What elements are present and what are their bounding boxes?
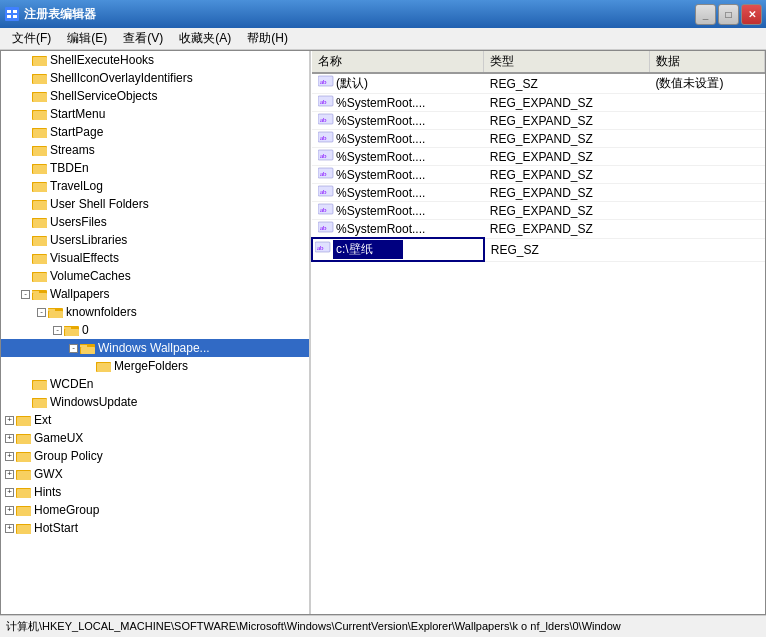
collapse-icon[interactable]: - xyxy=(69,344,78,353)
menu-favorites[interactable]: 收藏夹(A) xyxy=(171,28,239,49)
tree-container: ShellExecuteHooks ShellIconOverlayIdenti… xyxy=(1,51,309,537)
tree-item-wcden[interactable]: WCDEn xyxy=(1,375,309,393)
table-row[interactable]: ab(默认)REG_SZ(数值未设置) xyxy=(312,73,765,94)
title-bar: 注册表编辑器 _ □ ✕ xyxy=(0,0,766,28)
tree-item-ext[interactable]: + Ext xyxy=(1,411,309,429)
tree-item-gameux[interactable]: + GameUX xyxy=(1,429,309,447)
tree-item-label: WCDEn xyxy=(50,375,93,393)
cell-type: REG_EXPAND_SZ xyxy=(484,184,650,202)
cell-type: REG_EXPAND_SZ xyxy=(484,148,650,166)
tree-item-startpage[interactable]: StartPage xyxy=(1,123,309,141)
menu-bar: 文件(F) 编辑(E) 查看(V) 收藏夹(A) 帮助(H) xyxy=(0,28,766,50)
cell-name-text: %SystemRoot.... xyxy=(336,222,425,236)
cell-type: REG_EXPAND_SZ xyxy=(484,220,650,239)
cell-name-text: %SystemRoot.... xyxy=(336,114,425,128)
tree-item-label: ShellExecuteHooks xyxy=(50,51,154,69)
table-row[interactable]: ab%SystemRoot....REG_EXPAND_SZ xyxy=(312,148,765,166)
cell-data xyxy=(649,238,764,261)
tree-item-zero[interactable]: - 0 xyxy=(1,321,309,339)
tree-item-streams[interactable]: Streams xyxy=(1,141,309,159)
collapse-icon[interactable]: - xyxy=(37,308,46,317)
tree-item-gwx[interactable]: + GWX xyxy=(1,465,309,483)
table-row[interactable]: ab%SystemRoot....REG_EXPAND_SZ xyxy=(312,130,765,148)
table-row[interactable]: ab%SystemRoot....REG_EXPAND_SZ xyxy=(312,94,765,112)
tree-item-shelliconoverlayidentifiers[interactable]: ShellIconOverlayIdentifiers xyxy=(1,69,309,87)
folder-icon xyxy=(16,431,32,445)
tree-item-shellserviceobjects[interactable]: ShellServiceObjects xyxy=(1,87,309,105)
col-name[interactable]: 名称 xyxy=(312,51,484,73)
tree-item-hints[interactable]: + Hints xyxy=(1,483,309,501)
tree-item-knownfolders[interactable]: - knownfolders xyxy=(1,303,309,321)
tree-item-usershellfolders[interactable]: User Shell Folders xyxy=(1,195,309,213)
cell-name-text: %SystemRoot.... xyxy=(336,132,425,146)
tree-item-label: knownfolders xyxy=(66,303,137,321)
svg-text:ab: ab xyxy=(320,188,327,196)
tree-item-grouppolicy[interactable]: + Group Policy xyxy=(1,447,309,465)
expand-icon[interactable]: + xyxy=(5,470,14,479)
editing-input[interactable]: c:\壁纸 xyxy=(333,240,403,259)
registry-tree[interactable]: ShellExecuteHooks ShellIconOverlayIdenti… xyxy=(1,51,311,614)
close-button[interactable]: ✕ xyxy=(741,4,762,25)
svg-rect-87 xyxy=(17,489,31,498)
tree-item-windowswallpaper[interactable]: - Windows Wallpape... xyxy=(1,339,309,357)
tree-item-windowsupdate[interactable]: WindowsUpdate xyxy=(1,393,309,411)
menu-view[interactable]: 查看(V) xyxy=(115,28,171,49)
col-data[interactable]: 数据 xyxy=(649,51,764,73)
folder-icon xyxy=(16,449,32,463)
menu-file[interactable]: 文件(F) xyxy=(4,28,59,49)
folder-icon xyxy=(32,233,48,247)
tree-item-hotstart[interactable]: + HotStart xyxy=(1,519,309,537)
tree-item-userslibraries[interactable]: UsersLibraries xyxy=(1,231,309,249)
expand-icon[interactable]: + xyxy=(5,452,14,461)
menu-edit[interactable]: 编辑(E) xyxy=(59,28,115,49)
expand-icon[interactable]: + xyxy=(5,488,14,497)
svg-text:ab: ab xyxy=(320,224,327,232)
svg-rect-72 xyxy=(33,399,47,408)
table-row[interactable]: ab%SystemRoot....REG_EXPAND_SZ xyxy=(312,166,765,184)
tree-item-label: HotStart xyxy=(34,519,78,537)
tree-item-label: Ext xyxy=(34,411,51,429)
expand-icon[interactable]: + xyxy=(5,506,14,515)
tree-item-homegroup[interactable]: + HomeGroup xyxy=(1,501,309,519)
collapse-icon[interactable]: - xyxy=(53,326,62,335)
reg-sz-icon: ab xyxy=(318,149,334,161)
svg-text:ab: ab xyxy=(320,152,327,160)
folder-icon xyxy=(80,341,96,355)
svg-text:ab: ab xyxy=(320,134,327,142)
table-row[interactable]: ab%SystemRoot....REG_EXPAND_SZ xyxy=(312,202,765,220)
svg-rect-75 xyxy=(17,417,31,426)
collapse-icon[interactable]: - xyxy=(21,290,30,299)
reg-sz-icon: ab xyxy=(315,241,331,253)
cell-name-text: %SystemRoot.... xyxy=(336,96,425,110)
tree-item-startmenu[interactable]: StartMenu xyxy=(1,105,309,123)
restore-button[interactable]: □ xyxy=(718,4,739,25)
cell-name: ab%SystemRoot.... xyxy=(312,220,484,239)
tree-item-usersfiles[interactable]: UsersFiles xyxy=(1,213,309,231)
tree-item-mergefolders[interactable]: MergeFolders xyxy=(1,357,309,375)
expand-icon[interactable]: + xyxy=(5,416,14,425)
svg-rect-2 xyxy=(13,10,17,13)
expand-icon[interactable]: + xyxy=(5,524,14,533)
tree-item-travellog[interactable]: TravelLog xyxy=(1,177,309,195)
svg-rect-34 xyxy=(33,219,47,228)
minimize-button[interactable]: _ xyxy=(695,4,716,25)
tree-item-shellexecutehooks[interactable]: ShellExecuteHooks xyxy=(1,51,309,69)
table-row[interactable]: ab%SystemRoot....REG_EXPAND_SZ xyxy=(312,220,765,239)
folder-icon xyxy=(96,359,112,373)
col-type[interactable]: 类型 xyxy=(484,51,650,73)
tree-item-wallpapers[interactable]: - Wallpapers xyxy=(1,285,309,303)
tree-item-label: HomeGroup xyxy=(34,501,99,519)
tree-item-label: User Shell Folders xyxy=(50,195,149,213)
cell-name: ab%SystemRoot.... xyxy=(312,202,484,220)
tree-item-volumecaches[interactable]: VolumeCaches xyxy=(1,267,309,285)
status-bar: 计算机\HKEY_LOCAL_MACHINE\SOFTWARE\Microsof… xyxy=(0,615,766,637)
tree-item-tbden[interactable]: TBDEn xyxy=(1,159,309,177)
expand-icon[interactable]: + xyxy=(5,434,14,443)
table-row[interactable]: abc:\壁纸REG_SZ xyxy=(312,238,765,261)
cell-data xyxy=(649,130,764,148)
folder-icon xyxy=(48,305,64,319)
menu-help[interactable]: 帮助(H) xyxy=(239,28,296,49)
table-row[interactable]: ab%SystemRoot....REG_EXPAND_SZ xyxy=(312,184,765,202)
table-row[interactable]: ab%SystemRoot....REG_EXPAND_SZ xyxy=(312,112,765,130)
tree-item-visualeffects[interactable]: VisualEffects xyxy=(1,249,309,267)
